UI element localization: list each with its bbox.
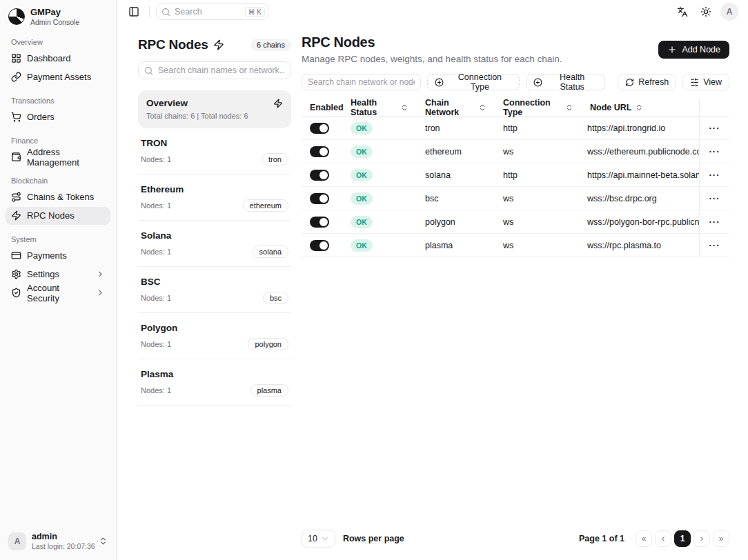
last-page-button[interactable]: » xyxy=(713,530,729,547)
first-page-button[interactable]: « xyxy=(636,530,652,547)
brand[interactable]: GMPay Admin Console xyxy=(6,6,110,28)
sort-icon[interactable] xyxy=(565,103,573,112)
connection-type-cell: ws xyxy=(495,187,582,210)
add-node-button[interactable]: Add Node xyxy=(658,41,729,59)
brand-logo-icon xyxy=(8,8,25,25)
node-url-cell: wss://ethereum.publicnode.com xyxy=(582,140,699,163)
global-search[interactable]: ⌘ K xyxy=(156,3,268,20)
zap-icon xyxy=(273,99,283,108)
table-row-solana: OK solana http https://api.mainnet-beta.… xyxy=(302,163,729,187)
topbar-avatar[interactable]: A xyxy=(720,3,738,21)
search-icon xyxy=(144,66,153,75)
chain-node-count: Nodes: 1 xyxy=(141,386,171,394)
row-actions-button[interactable]: ··· xyxy=(709,194,720,203)
connection-type-filter[interactable]: Connection Type xyxy=(427,74,520,90)
main-panel: RPC Nodes Manage RPC nodes, weights, and… xyxy=(302,33,729,554)
sidebar-item-account-security[interactable]: Account Security xyxy=(6,284,110,302)
enabled-toggle[interactable] xyxy=(310,240,329,251)
chain-network-badge: polygon xyxy=(248,338,288,350)
chain-network-badge: tron xyxy=(262,153,288,166)
sidebar-item-rpc-nodes[interactable]: RPC Nodes xyxy=(6,207,110,225)
chain-list-item-solana[interactable]: Solana Nodes: 1 solana xyxy=(138,221,291,267)
chain-list-item-plasma[interactable]: Plasma Nodes: 1 plasma xyxy=(138,359,291,406)
sidebar-section-label: Finance xyxy=(11,137,105,145)
row-actions-button[interactable]: ··· xyxy=(709,170,720,179)
previous-page-button[interactable]: ‹ xyxy=(655,530,671,547)
enabled-toggle[interactable] xyxy=(310,170,329,181)
language-button[interactable] xyxy=(673,3,691,21)
column-header-node-url[interactable]: Node URL xyxy=(582,98,699,117)
chain-name: TRON xyxy=(141,138,288,148)
rows-per-page-select[interactable]: 10 xyxy=(302,530,335,548)
chain-network-badge: solana xyxy=(253,246,288,258)
chain-network-cell: polygon xyxy=(417,210,495,233)
column-header-chain-network[interactable]: Chain Network xyxy=(417,98,495,117)
sort-icon[interactable] xyxy=(400,103,409,112)
row-actions-button[interactable]: ··· xyxy=(709,123,720,132)
table-row-plasma: OK plasma ws wss://rpc.plasma.to ··· xyxy=(302,234,729,257)
chain-node-count: Nodes: 1 xyxy=(141,248,171,256)
table-body: OK tron http https://api.trongrid.io ···… xyxy=(302,117,729,257)
chain-name: Ethereum xyxy=(141,184,288,194)
page-title: RPC Nodes xyxy=(302,34,562,50)
brand-name: GMPay xyxy=(30,8,79,18)
view-button[interactable]: View xyxy=(682,74,729,90)
theme-toggle-button[interactable] xyxy=(697,3,715,21)
user-menu[interactable]: A admin Last login: 20:07:36 xyxy=(6,529,110,553)
global-search-input[interactable] xyxy=(175,7,241,17)
enabled-toggle[interactable] xyxy=(310,123,329,134)
shopping-cart-icon xyxy=(11,112,21,122)
circle-plus-icon xyxy=(435,78,444,87)
sidebar-item-payments[interactable]: Payments xyxy=(6,247,110,265)
column-header-enabled[interactable]: Enabled xyxy=(302,98,342,117)
chain-list-item-tron[interactable]: TRON Nodes: 1 tron xyxy=(138,128,291,174)
sort-icon[interactable] xyxy=(635,103,643,112)
shield-check-icon xyxy=(11,288,21,298)
sidebar-section-label: Transactions xyxy=(11,97,105,105)
table-search[interactable] xyxy=(302,74,421,90)
sidebar-item-settings[interactable]: Settings xyxy=(6,266,110,283)
sidebar-item-address-management[interactable]: Address Management xyxy=(6,148,110,166)
row-actions-button[interactable]: ··· xyxy=(709,217,720,226)
chain-count-badge: 6 chains xyxy=(250,39,291,51)
table-row-ethereum: OK ethereum ws wss://ethereum.publicnode… xyxy=(302,140,729,163)
sort-icon[interactable] xyxy=(478,103,486,112)
chain-list: TRON Nodes: 1 tron Ethereum Nodes: 1 eth… xyxy=(138,128,291,406)
table-search-input[interactable] xyxy=(308,77,415,87)
chain-search[interactable] xyxy=(138,61,291,79)
chain-network-badge: bsc xyxy=(263,292,288,304)
chain-list-item-bsc[interactable]: BSC Nodes: 1 bsc xyxy=(138,267,291,313)
health-status-filter[interactable]: Health Status xyxy=(526,74,605,90)
user-name: admin xyxy=(32,532,93,542)
chain-name: Solana xyxy=(141,230,288,241)
column-header-connection-type[interactable]: Connection Type xyxy=(495,98,582,117)
chain-network-cell: tron xyxy=(417,117,495,139)
row-actions-button[interactable]: ··· xyxy=(709,147,720,156)
next-page-button[interactable]: › xyxy=(693,530,710,547)
page-1-button[interactable]: 1 xyxy=(674,530,691,547)
chain-list-item-polygon[interactable]: Polygon Nodes: 1 polygon xyxy=(138,313,291,359)
chain-overview-card[interactable]: Overview Total chains: 6 | Total nodes: … xyxy=(138,90,291,128)
chain-name: BSC xyxy=(141,277,288,287)
row-actions-button[interactable]: ··· xyxy=(709,241,720,250)
connection-type-cell: http xyxy=(495,163,582,186)
node-url-cell: wss://polygon-bor-rpc.publicnode.com xyxy=(582,210,699,233)
chain-list-item-ethereum[interactable]: Ethereum Nodes: 1 ethereum xyxy=(138,174,291,221)
column-header-health-status[interactable]: Health Status xyxy=(342,98,417,117)
page-info: Page 1 of 1 xyxy=(579,534,624,543)
chain-search-input[interactable] xyxy=(158,66,285,75)
overview-meta: Total chains: 6 | Total nodes: 6 xyxy=(146,112,283,120)
sidebar-item-chains-tokens[interactable]: Chains & Tokens xyxy=(6,188,110,206)
sidebar-item-payment-assets[interactable]: Payment Assets xyxy=(6,68,110,86)
chain-panel-title: RPC Nodes xyxy=(138,37,208,52)
enabled-toggle[interactable] xyxy=(310,193,329,204)
enabled-toggle[interactable] xyxy=(310,217,329,228)
sidebar-item-orders[interactable]: Orders xyxy=(6,108,110,126)
sidebar-item-dashboard[interactable]: Dashboard xyxy=(6,50,110,68)
refresh-button[interactable]: Refresh xyxy=(618,74,676,90)
enabled-toggle[interactable] xyxy=(310,146,329,157)
sidebar-toggle-button[interactable] xyxy=(125,3,143,21)
connection-type-cell: http xyxy=(495,117,582,139)
health-status-badge: OK xyxy=(351,122,373,134)
refresh-icon xyxy=(625,78,634,87)
